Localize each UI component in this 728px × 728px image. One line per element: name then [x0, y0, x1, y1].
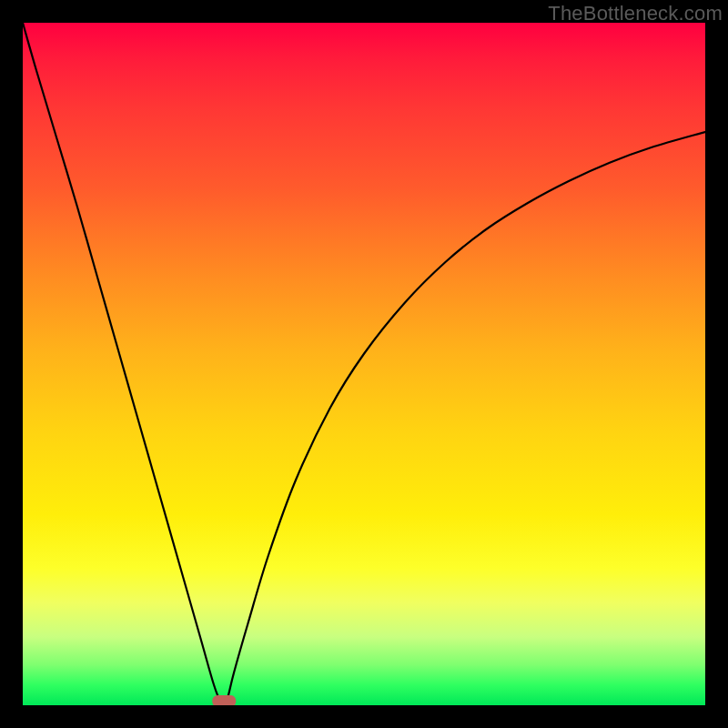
curve-left-branch [23, 23, 224, 705]
curve-plot [23, 23, 705, 705]
watermark-text: TheBottleneck.com [548, 2, 723, 25]
minimum-marker [212, 695, 236, 705]
curve-right-branch [224, 132, 705, 705]
chart-frame: TheBottleneck.com [0, 0, 728, 728]
chart-plot-area [23, 23, 705, 705]
